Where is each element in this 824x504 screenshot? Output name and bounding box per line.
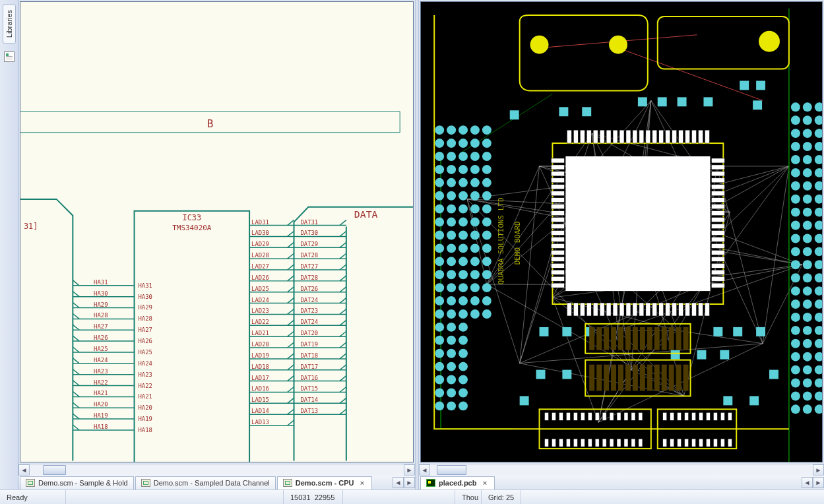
tabnav-left-icon[interactable]: ◄ — [393, 477, 404, 488]
pcb-canvas[interactable]: QUADRA SOLUTIONS LTD DEMO BOARD — [420, 1, 823, 462]
svg-rect-400 — [659, 130, 664, 143]
svg-point-321 — [459, 309, 468, 319]
svg-rect-467 — [662, 327, 667, 350]
schematic-canvas[interactable]: B 31] DATA IC33 TMS34020A HA31HA31HA30HA… — [20, 1, 414, 462]
status-blank1 — [66, 490, 284, 504]
svg-point-333 — [435, 362, 444, 371]
svg-point-593 — [791, 352, 800, 362]
svg-point-264 — [435, 165, 444, 174]
svg-rect-514 — [639, 412, 643, 420]
doc-tab[interactable]: Demo.scm - CPU× — [277, 476, 373, 489]
svg-rect-368 — [769, 370, 778, 379]
svg-rect-375 — [573, 303, 578, 316]
svg-rect-483 — [669, 365, 674, 391]
svg-rect-501 — [588, 439, 592, 447]
svg-point-545 — [791, 142, 800, 151]
schematic-hscroll[interactable]: ◄ ► — [18, 464, 415, 475]
scroll-right-icon[interactable]: ► — [404, 464, 415, 476]
svg-point-554 — [791, 181, 800, 191]
svg-text:HA28: HA28 — [138, 315, 152, 322]
svg-point-284 — [435, 218, 444, 227]
scroll-track[interactable] — [30, 464, 404, 476]
svg-rect-523 — [685, 439, 689, 447]
svg-point-332 — [459, 349, 468, 358]
svg-rect-347 — [510, 110, 519, 119]
svg-rect-446 — [551, 257, 564, 261]
scroll-right-icon[interactable]: ► — [813, 464, 824, 476]
svg-rect-533 — [720, 439, 724, 447]
svg-text:LAD29: LAD29 — [251, 241, 269, 247]
scroll-left-icon[interactable]: ◄ — [18, 464, 30, 476]
svg-point-312 — [470, 283, 480, 292]
svg-rect-409 — [685, 303, 690, 316]
tabnav-left-icon[interactable]: ◄ — [802, 477, 813, 488]
svg-line-94 — [340, 276, 346, 281]
tabnav-right-icon[interactable]: ► — [404, 477, 415, 488]
svg-point-256 — [459, 139, 468, 148]
svg-point-314 — [435, 296, 444, 305]
svg-line-51 — [73, 402, 79, 408]
schematic-svg[interactable]: B 31] DATA IC33 TMS34020A HA31HA31HA30HA… — [20, 2, 413, 462]
svg-rect-462 — [625, 327, 631, 350]
svg-line-161 — [288, 398, 294, 403]
svg-text:LAD26: LAD26 — [251, 274, 269, 281]
svg-point-254 — [435, 139, 444, 148]
svg-rect-465 — [647, 327, 652, 350]
svg-rect-428 — [551, 198, 564, 203]
svg-rect-451 — [711, 270, 724, 274]
svg-text:DAT29: DAT29 — [300, 241, 318, 247]
scroll-thumb[interactable] — [43, 465, 66, 475]
close-icon[interactable]: × — [358, 479, 366, 488]
svg-rect-455 — [711, 283, 724, 288]
svg-rect-530 — [713, 412, 717, 420]
sidebar-tab-libraries[interactable]: Libraries — [3, 4, 16, 44]
svg-text:DAT19: DAT19 — [300, 341, 318, 348]
main-area: Libraries B 31] DATA — [0, 0, 824, 489]
svg-line-155 — [288, 387, 294, 393]
svg-rect-463 — [633, 327, 638, 350]
tabnav-right-icon[interactable]: ► — [813, 477, 824, 488]
svg-point-566 — [791, 234, 800, 243]
doc-tab[interactable]: Demo.scm - Sample & Hold — [20, 476, 134, 489]
scm-file-icon — [283, 479, 292, 487]
svg-text:HA23: HA23 — [138, 371, 152, 378]
svg-point-257 — [470, 139, 480, 148]
svg-rect-531 — [713, 439, 717, 447]
svg-rect-450 — [551, 270, 564, 274]
svg-point-250 — [447, 125, 456, 135]
svg-rect-437 — [711, 224, 724, 229]
scroll-left-icon[interactable]: ◄ — [419, 464, 430, 476]
svg-point-251 — [459, 125, 468, 135]
scroll-track[interactable] — [430, 464, 813, 476]
svg-rect-482 — [662, 365, 667, 391]
svg-rect-391 — [626, 303, 631, 316]
svg-rect-405 — [672, 303, 677, 316]
svg-point-274 — [435, 191, 444, 201]
svg-point-319 — [435, 309, 444, 319]
svg-text:HA21: HA21 — [94, 390, 108, 396]
svg-rect-528 — [706, 412, 710, 420]
svg-rect-403 — [666, 303, 670, 316]
scroll-thumb[interactable] — [437, 465, 466, 475]
svg-line-142 — [340, 365, 346, 370]
svg-point-272 — [470, 178, 480, 187]
svg-rect-445 — [711, 250, 724, 255]
svg-rect-429 — [711, 198, 724, 203]
svg-text:LAD30: LAD30 — [251, 230, 269, 236]
svg-point-280 — [447, 205, 456, 214]
svg-text:DAT16: DAT16 — [300, 375, 318, 381]
svg-rect-503 — [595, 439, 599, 447]
library-icon[interactable] — [4, 51, 15, 62]
svg-text:HA25: HA25 — [94, 346, 108, 352]
svg-rect-518 — [670, 412, 674, 420]
pcb-svg[interactable]: QUADRA SOLUTIONS LTD DEMO BOARD — [421, 2, 822, 462]
pcb-hscroll[interactable]: ◄ ► — [419, 464, 824, 475]
close-icon[interactable]: × — [480, 479, 489, 488]
svg-rect-362 — [562, 370, 571, 379]
pcb-tabstrip: placed.pcb× ◄ ► — [419, 475, 824, 489]
doc-tab[interactable]: Demo.scm - Sampled Data Channel — [135, 476, 276, 489]
doc-tab[interactable]: placed.pcb× — [420, 476, 495, 489]
svg-rect-447 — [711, 257, 724, 261]
svg-point-338 — [459, 375, 468, 385]
svg-rect-356 — [733, 327, 742, 336]
